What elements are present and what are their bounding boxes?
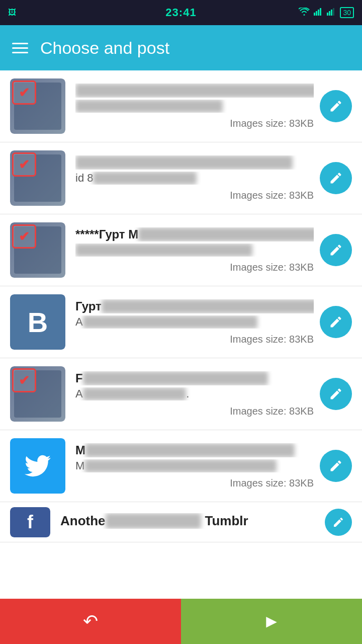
item-subtitle: id 8XXXXXXXXXXXXXX bbox=[75, 172, 314, 185]
list-item-partial: f AnotheXXXXXXXXXXX Tumblr bbox=[0, 502, 362, 542]
checkmark-overlay bbox=[12, 224, 36, 249]
item-icon-checkbox bbox=[10, 78, 65, 134]
list-item: МXXXXXXXXXXXXXXXXXXXXXXXXXX МXXXXXXXXXXX… bbox=[0, 430, 362, 502]
blurred-subtitle: XXXXXXXXXXXXXXXXXXXXXXXX bbox=[75, 244, 252, 257]
checkbox-icon bbox=[10, 222, 65, 278]
item-title: AnotheXXXXXXXXXXX Tumblr bbox=[60, 513, 319, 529]
svg-rect-7 bbox=[333, 8, 334, 16]
item-size: Images size: 83KB bbox=[75, 477, 314, 489]
item-size: Images size: 83KB bbox=[75, 334, 314, 345]
svg-rect-5 bbox=[329, 11, 330, 16]
blurred-subtitle: XXXXXXXXXXXXXXXXXXXXXX М bbox=[83, 315, 257, 329]
svg-rect-6 bbox=[331, 10, 332, 16]
signal2-icon bbox=[327, 8, 336, 18]
blurred-title: XXXXXXXXXXXXXXXXXXXXXXXXXX bbox=[85, 443, 295, 457]
forward-button[interactable]: ► bbox=[181, 599, 362, 644]
back-button[interactable]: ↶ bbox=[0, 599, 181, 644]
status-left: 🖼 bbox=[8, 8, 16, 17]
blurred-subtitle: XXXXXXXXXXXXXXXXXXXX bbox=[75, 100, 223, 113]
item-size: Images size: 83KB bbox=[75, 406, 314, 417]
checkbox-icon bbox=[10, 78, 65, 134]
list-item: B ГуртXXXXXXXXXXXXXXXXXXXXXXXXXXXXXXX...… bbox=[0, 286, 362, 358]
blurred-title: XXXXXXXXXXX bbox=[106, 513, 202, 529]
edit-button[interactable] bbox=[320, 378, 352, 410]
item-icon-vk: B bbox=[10, 294, 65, 350]
item-subtitle: АXXXXXXXXXXXXXXXXXXXXXX М bbox=[75, 315, 314, 329]
app-bar: Choose and post bbox=[0, 25, 362, 70]
list-item: XXXXXXXXXXXXXXXXXXXXXXXXXXXXXXXX XXXXXXX… bbox=[0, 70, 362, 142]
checkbox-icon bbox=[10, 366, 65, 422]
app-title: Choose and post bbox=[40, 38, 169, 58]
svg-rect-4 bbox=[327, 13, 328, 16]
blurred-subtitle: XXXXXXXXXXXXXX bbox=[93, 172, 196, 185]
edit-button[interactable] bbox=[320, 306, 352, 338]
item-size: Images size: 83KB bbox=[75, 190, 314, 201]
item-title: FXXXXXXXXXXXXXXXXXXXXXXX bbox=[75, 371, 314, 385]
image-icon: 🖼 bbox=[8, 8, 16, 17]
svg-rect-3 bbox=[320, 8, 321, 16]
item-title: *****Гурт МXXXXXXXXXXXXXXXXXXXXXXX bbox=[75, 227, 314, 242]
back-arrow-icon: ↶ bbox=[83, 611, 98, 632]
item-content: AnotheXXXXXXXXXXX Tumblr bbox=[60, 513, 319, 531]
facebook-icon: f bbox=[10, 507, 50, 537]
blurred-subtitle: XXXXXXXXXXXXXXXXXXXXXXXXXX bbox=[84, 459, 277, 472]
item-icon-checkbox bbox=[10, 222, 65, 278]
svg-rect-2 bbox=[318, 10, 319, 16]
checkmark-overlay bbox=[12, 152, 36, 177]
wifi-icon bbox=[299, 8, 310, 18]
item-icon-facebook: f bbox=[10, 507, 50, 537]
item-title: XXXXXXXXXXXXXXXXXXXXXXXXXXX bbox=[75, 155, 314, 170]
item-content: ГуртXXXXXXXXXXXXXXXXXXXXXXXXXXXXXXX... А… bbox=[75, 299, 314, 345]
item-subtitle: АXXXXXXXXXXXXXX. bbox=[75, 387, 314, 400]
item-content: МXXXXXXXXXXXXXXXXXXXXXXXXXX МXXXXXXXXXXX… bbox=[75, 443, 314, 489]
edit-button[interactable] bbox=[320, 90, 352, 122]
edit-button[interactable] bbox=[320, 234, 352, 266]
list-item: FXXXXXXXXXXXXXXXXXXXXXXX АXXXXXXXXXXXXXX… bbox=[0, 358, 362, 430]
item-subtitle: XXXXXXXXXXXXXXXXXXXX bbox=[75, 100, 314, 113]
signal-icon bbox=[314, 8, 323, 18]
blurred-title: XXXXXXXXXXXXXXXXXXXXXXXXXXXXXXXX bbox=[75, 84, 314, 98]
checkmark-overlay bbox=[12, 368, 36, 392]
status-time: 23:41 bbox=[165, 6, 196, 19]
item-content: XXXXXXXXXXXXXXXXXXXXXXXXXXX id 8XXXXXXXX… bbox=[75, 155, 314, 201]
vk-icon: B bbox=[10, 294, 65, 350]
blurred-title: XXXXXXXXXXXXXXXXXXXXXXXXXXX bbox=[75, 155, 293, 170]
forward-arrow-icon: ► bbox=[262, 611, 281, 632]
edit-button[interactable] bbox=[320, 450, 352, 482]
svg-rect-1 bbox=[316, 11, 317, 16]
status-bar: 🖼 23:41 bbox=[0, 0, 362, 25]
blurred-title: XXXXXXXXXXXXXXXXXXXXXXX bbox=[138, 227, 314, 242]
blurred-title: XXXXXXXXXXXXXXXXXXXXXXXXXXXXXXX... bbox=[102, 299, 314, 313]
status-right: 30 bbox=[299, 7, 354, 18]
twitter-icon bbox=[10, 438, 65, 494]
list-container: XXXXXXXXXXXXXXXXXXXXXXXXXXXXXXXX XXXXXXX… bbox=[0, 70, 362, 599]
item-title: XXXXXXXXXXXXXXXXXXXXXXXXXXXXXXXX bbox=[75, 84, 314, 98]
item-content: XXXXXXXXXXXXXXXXXXXXXXXXXXXXXXXX XXXXXXX… bbox=[75, 84, 314, 129]
list-item: XXXXXXXXXXXXXXXXXXXXXXXXXXX id 8XXXXXXXX… bbox=[0, 142, 362, 214]
item-title: МXXXXXXXXXXXXXXXXXXXXXXXXXX bbox=[75, 443, 314, 457]
edit-button[interactable] bbox=[325, 509, 352, 536]
battery-icon: 30 bbox=[340, 7, 354, 18]
item-content: *****Гурт МXXXXXXXXXXXXXXXXXXXXXXX XXXXX… bbox=[75, 227, 314, 273]
bottom-bar: ↶ ► bbox=[0, 599, 362, 644]
item-size: Images size: 83KB bbox=[75, 262, 314, 273]
list-item: *****Гурт МXXXXXXXXXXXXXXXXXXXXXXX XXXXX… bbox=[0, 214, 362, 286]
item-size: Images size: 83KB bbox=[75, 118, 314, 129]
checkbox-icon bbox=[10, 150, 65, 206]
item-title: ГуртXXXXXXXXXXXXXXXXXXXXXXXXXXXXXXX... bbox=[75, 299, 314, 313]
blurred-subtitle: XXXXXXXXXXXXXX bbox=[83, 387, 186, 400]
blurred-title: XXXXXXXXXXXXXXXXXXXXXXX bbox=[83, 371, 268, 385]
item-content: FXXXXXXXXXXXXXXXXXXXXXXX АXXXXXXXXXXXXXX… bbox=[75, 371, 314, 417]
item-icon-twitter bbox=[10, 438, 65, 494]
svg-rect-0 bbox=[314, 13, 315, 16]
checkmark-overlay bbox=[12, 80, 36, 105]
item-subtitle: XXXXXXXXXXXXXXXXXXXXXXXX bbox=[75, 244, 314, 257]
item-icon-checkbox bbox=[10, 366, 65, 422]
item-icon-checkbox bbox=[10, 150, 65, 206]
item-subtitle: МXXXXXXXXXXXXXXXXXXXXXXXXXX bbox=[75, 459, 314, 472]
hamburger-menu[interactable] bbox=[12, 43, 28, 53]
edit-button[interactable] bbox=[320, 162, 352, 194]
